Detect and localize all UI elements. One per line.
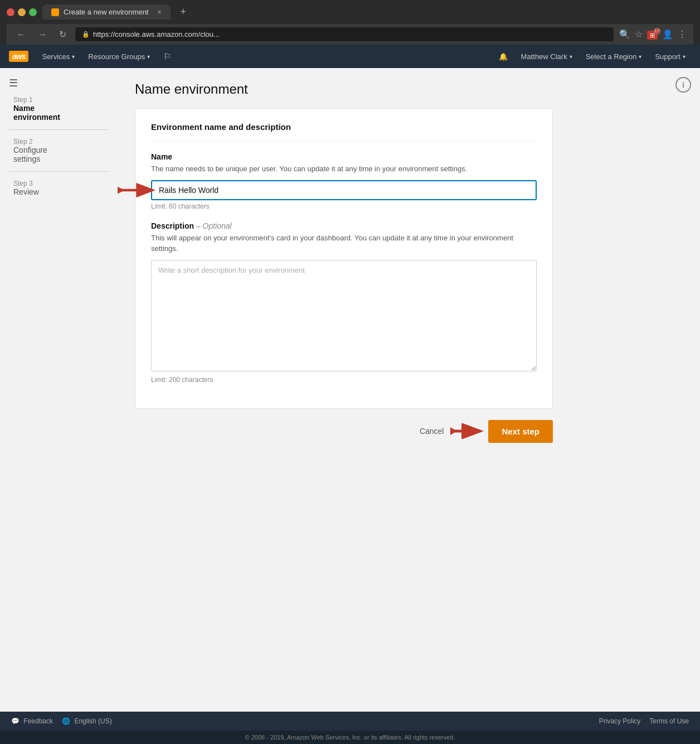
step2-name1: Configure xyxy=(13,146,47,154)
name-field-group: Name The name needs to be unique per use… xyxy=(151,152,537,210)
step1-name2: environment xyxy=(13,113,60,122)
sidebar: ☰ Step 1 Name environment Step 2 Configu… xyxy=(0,68,117,712)
close-dot[interactable] xyxy=(7,8,14,16)
svg-marker-2 xyxy=(118,186,125,193)
next-step-arrow xyxy=(450,423,484,439)
aws-logo[interactable]: aws xyxy=(9,51,28,62)
maximize-dot[interactable] xyxy=(29,8,37,16)
cancel-button[interactable]: Cancel xyxy=(413,422,451,440)
notifications-button[interactable]: 🔔 xyxy=(493,45,513,68)
step-divider-1 xyxy=(9,129,108,130)
browser-tab[interactable]: Create a new environment × xyxy=(42,4,171,20)
footer-left: 💬 Feedback 🌐 English (US) xyxy=(11,717,112,725)
next-step-button[interactable]: Next step xyxy=(488,420,553,443)
services-nav-item[interactable]: Services ▾ xyxy=(35,45,81,68)
bookmarks-nav-item[interactable]: ⚐ xyxy=(157,45,178,68)
user-caret: ▾ xyxy=(570,54,572,60)
region-label: Select a Region xyxy=(586,52,637,61)
aws-nav: aws Services ▾ Resource Groups ▾ ⚐ 🔔 Mat… xyxy=(0,45,700,68)
forward-button[interactable]: → xyxy=(35,28,50,41)
description-field-group: Description – Optional This will appear … xyxy=(151,221,537,384)
footer-copyright: © 2008 - 2019, Amazon Web Services, Inc.… xyxy=(0,731,700,744)
card-section-title: Environment name and description xyxy=(151,122,537,141)
step-divider-2 xyxy=(9,171,108,172)
sidebar-steps: Step 1 Name environment Step 2 Configure… xyxy=(9,96,108,196)
language-label: English (US) xyxy=(74,717,111,725)
step1-name: Name environment xyxy=(13,104,108,122)
minimize-dot[interactable] xyxy=(18,8,26,16)
description-label-text: Description xyxy=(151,221,194,230)
page-title: Name environment xyxy=(135,81,682,97)
tab-close-button[interactable]: × xyxy=(157,8,161,16)
footer: 💬 Feedback 🌐 English (US) Privacy Policy… xyxy=(0,712,700,731)
services-caret: ▾ xyxy=(72,54,75,60)
resource-groups-nav-item[interactable]: Resource Groups ▾ xyxy=(81,45,157,68)
description-optional-text: – Optional xyxy=(196,221,232,230)
menu-button[interactable]: ⋮ xyxy=(678,29,687,40)
language-selector[interactable]: 🌐 English (US) xyxy=(62,717,112,725)
step1-name1: Name xyxy=(13,104,35,113)
step2-label: Step 2 xyxy=(13,138,108,146)
step3-name: Review xyxy=(13,187,108,196)
app-body: ☰ Step 1 Name environment Step 2 Configu… xyxy=(0,68,700,712)
user-menu[interactable]: Matthew Clark ▾ xyxy=(516,45,578,68)
environment-card: Environment name and description Name Th… xyxy=(135,108,553,409)
footer-right: Privacy Policy Terms of Use xyxy=(599,717,689,725)
bookmark-button[interactable]: ☆ xyxy=(635,29,643,40)
description-textarea[interactable] xyxy=(151,260,537,371)
resource-groups-label: Resource Groups xyxy=(88,52,145,61)
step2-name2: settings xyxy=(13,154,40,163)
back-button[interactable]: ← xyxy=(13,28,29,41)
browser-dots xyxy=(7,8,37,16)
resource-groups-caret: ▾ xyxy=(147,54,150,60)
address-bar[interactable]: 🔒 https://console.aws.amazon.com/clou... xyxy=(75,27,614,41)
browser-titlebar: Create a new environment × + xyxy=(7,4,693,20)
hamburger-button[interactable]: ☰ xyxy=(9,77,18,89)
feedback-link[interactable]: 💬 Feedback xyxy=(11,717,53,725)
step3-label: Step 3 xyxy=(13,180,108,187)
terms-link[interactable]: Terms of Use xyxy=(649,717,689,725)
name-limit: Limit: 60 characters xyxy=(151,202,537,210)
lock-icon: 🔒 xyxy=(82,31,90,38)
tab-favicon xyxy=(51,8,59,16)
description-label: Description – Optional xyxy=(151,221,537,230)
description-text: This will appear on your environment's c… xyxy=(151,233,537,254)
next-btn-wrap: Next step xyxy=(450,420,553,443)
tab-title: Create a new environment xyxy=(64,8,148,16)
support-label: Support xyxy=(655,52,680,61)
reload-button[interactable]: ↻ xyxy=(56,28,70,41)
browser-actions: 🔍 ☆ ⊞ 17 👤 ⋮ xyxy=(619,29,687,40)
region-caret: ▾ xyxy=(639,54,641,60)
feedback-icon: 💬 xyxy=(11,717,20,725)
globe-icon: 🌐 xyxy=(62,717,70,725)
new-tab-button[interactable]: + xyxy=(176,6,191,18)
search-button[interactable]: 🔍 xyxy=(619,29,630,40)
step3-group: Step 3 Review xyxy=(9,180,108,196)
info-button[interactable]: i xyxy=(675,77,691,93)
user-name: Matthew Clark xyxy=(521,52,567,61)
browser-addressbar: ← → ↻ 🔒 https://console.aws.amazon.com/c… xyxy=(7,24,693,45)
browser-chrome: Create a new environment × + ← → ↻ 🔒 htt… xyxy=(0,0,700,45)
red-arrow-annotation xyxy=(118,182,157,199)
name-description: The name needs to be unique per user. Yo… xyxy=(151,163,537,175)
profile-button[interactable]: 👤 xyxy=(662,29,673,40)
bottom-actions: Cancel Next step xyxy=(135,420,553,443)
name-label: Name xyxy=(151,152,537,161)
step2-name: Configure settings xyxy=(13,146,108,163)
extensions-button[interactable]: ⊞ 17 xyxy=(647,30,658,40)
address-url: https://console.aws.amazon.com/clou... xyxy=(93,30,220,38)
region-selector[interactable]: Select a Region ▾ xyxy=(580,45,648,68)
privacy-link[interactable]: Privacy Policy xyxy=(599,717,641,725)
description-limit: Limit: 200 characters xyxy=(151,376,537,384)
aws-nav-right: 🔔 Matthew Clark ▾ Select a Region ▾ Supp… xyxy=(493,45,691,68)
feedback-label: Feedback xyxy=(23,717,53,725)
support-caret: ▾ xyxy=(683,54,686,60)
step2-group: Step 2 Configure settings xyxy=(9,138,108,163)
main-content: i Name environment Environment name and … xyxy=(117,68,700,712)
name-input-container xyxy=(151,180,537,200)
svg-marker-5 xyxy=(450,427,457,435)
step1-group: Step 1 Name environment xyxy=(9,96,108,122)
services-label: Services xyxy=(42,52,70,61)
environment-name-input[interactable] xyxy=(151,180,537,200)
support-menu[interactable]: Support ▾ xyxy=(649,45,691,68)
